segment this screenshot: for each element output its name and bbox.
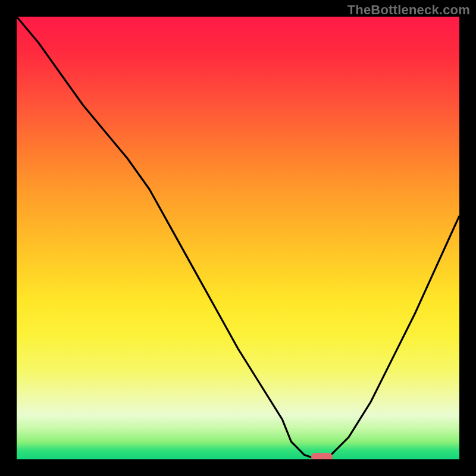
chart-frame: TheBottleneck.com [0, 0, 476, 476]
plot-area [17, 17, 459, 459]
bottleneck-curve [17, 17, 459, 459]
optimal-marker [311, 453, 333, 459]
curve-path [17, 17, 459, 459]
watermark-text: TheBottleneck.com [347, 2, 470, 18]
